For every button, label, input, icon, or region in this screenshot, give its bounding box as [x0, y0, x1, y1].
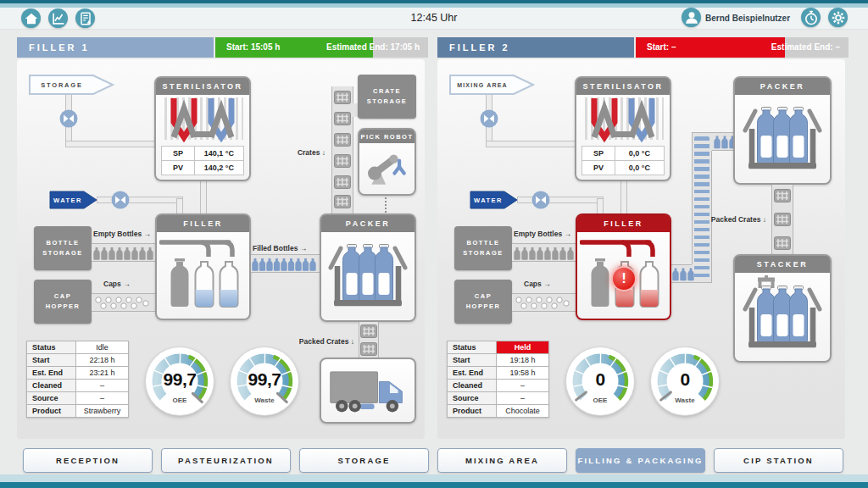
home-button[interactable]: [21, 8, 41, 28]
water-tag[interactable]: WATER: [49, 191, 98, 209]
crates-icon: [359, 322, 378, 359]
source-label: MIXING AREA: [449, 75, 515, 95]
report-icon: [77, 10, 94, 27]
line-status-table: StatusIdle Start22:18 h Est. End23:21 h …: [26, 341, 129, 418]
pipe: [517, 197, 604, 203]
robot-arm-icon: [362, 148, 413, 187]
bottom-strip-dark: [0, 482, 868, 488]
valve-icon: [111, 191, 130, 209]
machine-title: STACKER: [735, 256, 830, 273]
cap-hopper-box[interactable]: CAP HOPPER: [454, 280, 512, 324]
filler1-status-bar: Start: 15:05 h Estimated End: 17:05 h: [215, 37, 428, 58]
empty-bottle-conveyor: [92, 243, 156, 262]
truck-dock[interactable]: [320, 358, 416, 424]
crate-bottles-icon: [738, 98, 826, 178]
valve[interactable]: [111, 191, 130, 209]
person-icon: [683, 9, 700, 26]
valve[interactable]: [59, 109, 78, 128]
line-status-table: StatusHeld Start19:18 h Est. End19:58 h …: [447, 341, 549, 418]
machine-title: FILLER: [157, 215, 249, 232]
machine-title: STERILISATOR: [576, 78, 670, 95]
machine-title: STERILISATOR: [156, 78, 249, 95]
oee-gauge: 99,7 OEE: [146, 347, 214, 415]
water-label: WATER: [49, 191, 86, 209]
pipe: [486, 141, 576, 147]
bottle-storage-box[interactable]: BOTTLE STORAGE: [454, 226, 512, 270]
alarm-badge[interactable]: !: [611, 266, 637, 291]
gray-bottles-icon: [92, 245, 154, 262]
filled-bottle-conveyor: [251, 254, 320, 273]
oee-gauge: 0 OEE: [566, 347, 634, 415]
filler1-start: Start: 15:05 h: [226, 37, 280, 58]
crates-icon: [332, 86, 353, 212]
alarm-report-button[interactable]: [75, 8, 95, 28]
nav-storage[interactable]: STORAGE: [299, 448, 429, 473]
caps-icon: [92, 294, 154, 311]
pick-robot-machine[interactable]: PICK ROBOT: [358, 128, 416, 196]
waste-gauge: 99,7 Waste: [231, 347, 298, 415]
stacker-machine[interactable]: STACKER: [733, 254, 832, 363]
packer-graphic: [321, 232, 415, 319]
waste-gauge: 0 Waste: [651, 347, 719, 415]
robot-graphic: [359, 143, 415, 192]
empty-bottle-conveyor: [512, 243, 576, 262]
packed-crate-conveyor: [771, 185, 793, 256]
machine-title: FILLER: [577, 215, 670, 232]
caps-icon: [512, 294, 575, 311]
gauge-label: OEE: [146, 396, 214, 404]
crate-conveyor: [331, 86, 353, 214]
gauge-label: OEE: [566, 396, 634, 404]
packer-graphic: [735, 95, 830, 181]
filling-bottles-icon: [159, 234, 248, 315]
stacker-gripper-icon: [738, 275, 826, 357]
stacker-graphic: [735, 273, 830, 359]
source-storage-tag[interactable]: STORAGE: [29, 75, 115, 95]
bottle-storage-box[interactable]: BOTTLE STORAGE: [34, 226, 92, 270]
nav-filling-packaging[interactable]: FILLING & PACKAGING: [576, 448, 705, 473]
sterilisator-graphic: [156, 95, 249, 144]
crates-icon: [772, 185, 793, 256]
packer-machine[interactable]: PACKER: [733, 76, 832, 185]
crate-bottles-icon: [324, 236, 412, 315]
user-avatar[interactable]: [682, 8, 701, 27]
gear-icon: [830, 9, 847, 26]
cap-hopper-box[interactable]: CAP HOPPER: [34, 280, 92, 324]
robot-link-dots: [385, 197, 387, 213]
filler2-canvas: MIXING AREA STERILISATOR SP0,0 °C PV0,0 …: [437, 59, 845, 439]
filler-graphic: [157, 232, 249, 317]
valve-icon: [531, 191, 550, 209]
water-tag[interactable]: WATER: [470, 191, 519, 209]
gauge-label: Waste: [651, 396, 719, 404]
valve[interactable]: [480, 109, 498, 128]
filler-machine[interactable]: FILLER: [155, 214, 251, 320]
blue-bottles-icon: [672, 267, 694, 282]
source-label: STORAGE: [29, 75, 95, 95]
filler1-canvas: STORAGE STERILISATOR SP140,1 °C PV140,2 …: [17, 59, 425, 439]
sterilisator-machine[interactable]: STERILISATOR SP0,0 °C PV0,0 °C: [575, 76, 671, 181]
nav-cip-station[interactable]: CIP STATION: [714, 448, 843, 473]
nav-reception[interactable]: RECEPTION: [23, 448, 153, 473]
sp-pv-table: SP0,0 °C PV0,0 °C: [581, 146, 665, 175]
machine-title: PICK ROBOT: [359, 130, 415, 143]
packed-crate-conveyor: [359, 322, 379, 359]
sp-pv-table: SP140,1 °C PV140,2 °C: [161, 146, 244, 175]
source-mixing-area-tag[interactable]: MIXING AREA: [449, 75, 536, 95]
nav-mixing-area[interactable]: MIXING AREA: [437, 448, 567, 473]
reports-chart-button[interactable]: [48, 8, 68, 28]
crates-label: Crates ↓: [285, 148, 326, 157]
filler-machine-alarm[interactable]: FILLER !: [576, 214, 671, 320]
timer-button[interactable]: [801, 8, 821, 27]
nav-pasteurization[interactable]: PASTEURIZATION: [161, 448, 291, 473]
packer-machine[interactable]: PACKER: [320, 214, 416, 322]
filler2-start: Start: –: [647, 37, 676, 58]
crate-storage-box[interactable]: CRATE STORAGE: [358, 75, 416, 119]
empty-bottles-label: Empty Bottles →: [93, 230, 151, 238]
gauge-value: 0: [651, 369, 719, 390]
valve[interactable]: [531, 191, 550, 209]
sterilisator-machine[interactable]: STERILISATOR SP140,1 °C PV140,2 °C: [154, 76, 251, 181]
valve-icon: [59, 109, 78, 128]
settings-button[interactable]: [828, 8, 848, 27]
user-name: Bernd Beispielnutzer: [705, 14, 790, 23]
filler1-title: FILLER 1: [17, 37, 214, 58]
pipe: [620, 180, 627, 217]
